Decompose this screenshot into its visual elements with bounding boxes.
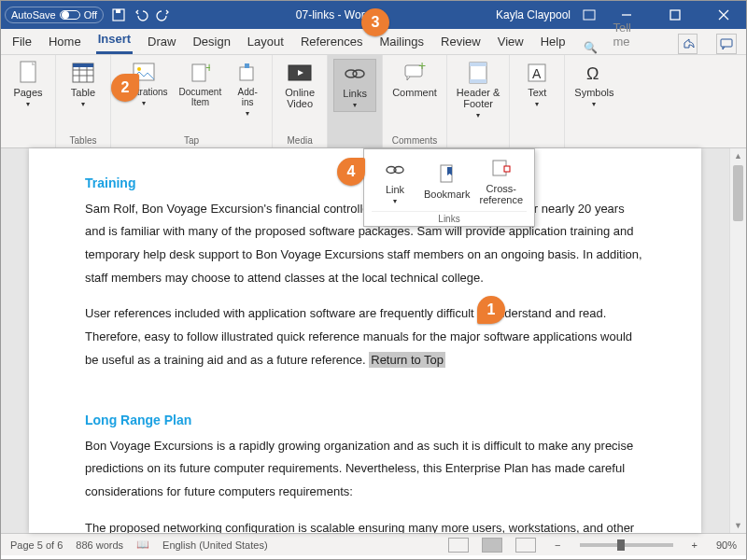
comments-button[interactable] — [716, 34, 737, 54]
symbols-label: Symbols — [574, 87, 613, 98]
language-indicator[interactable]: English (United States) — [162, 539, 268, 551]
close-button[interactable] — [705, 1, 742, 29]
header-footer-button[interactable]: Header & Footer▾ — [453, 59, 503, 121]
symbol-icon: Ω — [581, 61, 607, 85]
group-tables: Table▾ Tables — [56, 55, 111, 147]
tab-draw[interactable]: Draw — [146, 31, 177, 54]
bookmark-icon — [434, 162, 460, 187]
tap-group-label: Tap — [184, 135, 199, 146]
table-button[interactable]: Table▾ — [62, 59, 105, 110]
group-symbols: Ω Symbols▾ — [565, 55, 623, 147]
user-name[interactable]: Kayla Claypool — [496, 8, 571, 21]
zoom-in-button[interactable]: + — [692, 539, 698, 551]
tab-review[interactable]: Review — [439, 31, 483, 54]
svg-rect-27 — [470, 63, 486, 66]
autosave-label: AutoSave — [11, 9, 56, 21]
svg-rect-28 — [470, 79, 486, 83]
web-layout-button[interactable] — [515, 538, 536, 553]
addins-button[interactable]: Add- ins▾ — [229, 59, 266, 119]
ribbon-options-icon[interactable] — [582, 7, 597, 22]
tab-layout[interactable]: Layout — [246, 31, 286, 54]
page-indicator[interactable]: Page 5 of 6 — [10, 539, 63, 551]
table-label: Table — [71, 87, 95, 98]
group-label — [27, 135, 30, 146]
svg-rect-36 — [504, 166, 510, 172]
scroll-down-icon[interactable]: ▼ — [730, 518, 746, 533]
media-group-label: Media — [288, 135, 313, 146]
tell-me[interactable]: Tell me — [611, 17, 646, 54]
tab-design[interactable]: Design — [190, 31, 232, 54]
tab-view[interactable]: View — [496, 31, 526, 54]
svg-rect-20 — [245, 63, 249, 68]
undo-icon[interactable] — [134, 7, 148, 22]
links-button[interactable]: Links▾ — [333, 59, 376, 112]
document-item-button[interactable]: + Document Item — [176, 59, 226, 109]
links-label: Links — [343, 88, 367, 99]
group-text: A Text▾ — [510, 55, 565, 147]
pages-button[interactable]: Pages▾ — [7, 59, 49, 110]
vertical-scrollbar[interactable]: ▲ ▼ — [729, 148, 746, 533]
online-video-button[interactable]: Online Video — [278, 59, 321, 111]
symbols-button[interactable]: Ω Symbols▾ — [571, 59, 617, 110]
video-icon — [287, 61, 313, 85]
header-footer-label: Header & Footer — [457, 87, 500, 109]
share-button[interactable] — [678, 34, 698, 54]
tab-help[interactable]: Help — [539, 31, 568, 54]
callout-4: 4 — [337, 158, 365, 186]
document-item-label: Document Item — [179, 87, 222, 107]
link-icon — [382, 158, 408, 182]
svg-rect-19 — [240, 67, 253, 80]
autosave-toggle[interactable]: AutoSave Off — [5, 7, 104, 23]
links-group-label — [354, 135, 357, 146]
zoom-handle[interactable] — [617, 539, 625, 551]
group-media: Online Video Media — [273, 55, 328, 147]
zoom-level[interactable]: 90% — [716, 539, 737, 551]
group-illustrations: Illustrations▾ + Document Item Add- ins▾… — [111, 55, 273, 147]
tab-file[interactable]: File — [10, 31, 34, 54]
tab-references[interactable]: References — [299, 31, 364, 54]
link-dropdown-button[interactable]: Link▾ — [372, 155, 418, 207]
save-icon[interactable] — [111, 7, 126, 22]
search-icon[interactable]: 🔍 — [584, 41, 598, 54]
text-icon: A — [524, 61, 550, 85]
comment-button[interactable]: + Comment — [388, 59, 441, 100]
tables-group-label: Tables — [70, 135, 97, 146]
zoom-out-button[interactable]: − — [555, 539, 560, 551]
read-mode-button[interactable] — [448, 538, 469, 553]
document-item-icon: + — [187, 61, 213, 85]
zoom-slider[interactable] — [580, 543, 673, 547]
svg-text:A: A — [532, 66, 542, 81]
addins-label: Add- ins — [238, 87, 258, 107]
header-footer-icon — [465, 61, 491, 85]
crossref-item-label: Cross- reference — [480, 183, 523, 205]
svg-text:+: + — [205, 63, 210, 75]
maximize-button[interactable] — [656, 1, 694, 29]
word-count[interactable]: 886 words — [76, 539, 123, 551]
scroll-up-icon[interactable]: ▲ — [730, 148, 746, 163]
bookmark-item-label: Bookmark — [424, 189, 471, 200]
bookmark-dropdown-button[interactable]: Bookmark — [420, 155, 474, 207]
print-layout-button[interactable] — [482, 538, 502, 553]
svg-rect-1 — [116, 9, 120, 13]
paragraph-4: The proposed networking configuration is… — [85, 517, 645, 533]
comment-label: Comment — [392, 87, 437, 98]
video-label: Online Video — [285, 87, 315, 109]
addins-icon — [234, 61, 261, 85]
group-links: Links▾ — [328, 55, 383, 147]
text-button[interactable]: A Text▾ — [515, 59, 558, 110]
link-item-label: Link — [386, 184, 404, 195]
crossref-dropdown-button[interactable]: Cross- reference — [476, 155, 527, 207]
tab-home[interactable]: Home — [47, 31, 83, 54]
tab-insert[interactable]: Insert — [96, 28, 133, 54]
callout-3: 3 — [361, 8, 389, 36]
selected-text[interactable]: Return to Top — [369, 352, 445, 368]
ribbon: Pages▾ Table▾ Tables Illustrations▾ + Do… — [1, 55, 746, 148]
spellcheck-icon[interactable]: 📖 — [136, 539, 149, 551]
tab-mailings[interactable]: Mailings — [377, 31, 426, 54]
window-title: 07-links - Word — [171, 8, 496, 21]
svg-point-16 — [137, 67, 141, 71]
scroll-thumb[interactable] — [733, 165, 743, 221]
dropdown-group-label: Links — [372, 211, 527, 224]
redo-icon[interactable] — [156, 7, 171, 22]
group-pages: Pages▾ — [1, 55, 56, 147]
